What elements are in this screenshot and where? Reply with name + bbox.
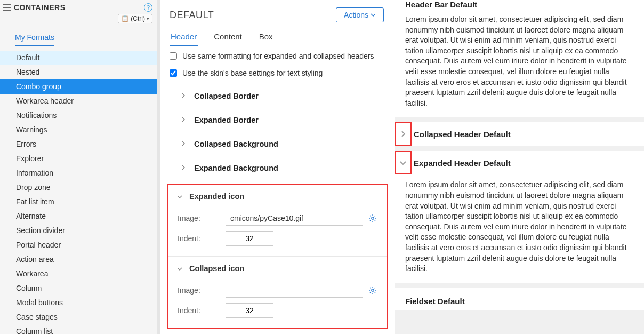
preview-panel: Header Bar Default Lorem ipsum dolor sit… [395, 0, 644, 334]
check-same-formatting-box[interactable] [170, 52, 177, 60]
settings-tab[interactable]: Content [213, 28, 243, 46]
preview-fieldset-title: Fieldset Default [395, 288, 644, 310]
chevron-down-icon [176, 264, 183, 273]
clipboard-icon: 📋 [121, 15, 129, 22]
check-skin-base-box[interactable] [170, 69, 177, 77]
ctrl-chip-label: (Ctrl) [131, 15, 145, 22]
section-row[interactable]: Expanded Background [170, 156, 385, 180]
expanded-icon-image-input[interactable] [226, 211, 363, 226]
collapsed-icon-indent-row: Indent: [173, 300, 381, 321]
format-list: DefaultNestedCombo groupWorkarea headerN… [0, 51, 157, 334]
format-item[interactable]: Workarea [0, 267, 157, 281]
actions-button[interactable]: Actions [336, 7, 384, 22]
svg-point-0 [372, 217, 374, 219]
format-item[interactable]: Fat list item [0, 195, 157, 209]
chevron-right-icon [180, 164, 187, 172]
format-item[interactable]: Drop zone [0, 180, 157, 195]
chevron-right-icon [180, 140, 187, 148]
collapsed-icon-indent-input[interactable] [226, 303, 273, 318]
expanded-chevron-box [395, 151, 412, 174]
preview-header-bar-body: Lorem ipsum dolor sit amet, consectetuer… [395, 14, 644, 117]
preview-collapsed-header[interactable]: Collapsed Header Default [395, 122, 644, 146]
format-item[interactable]: Modal buttons [0, 296, 157, 310]
format-item[interactable]: Column [0, 281, 157, 296]
collapsed-icon-image-input[interactable] [226, 283, 363, 298]
format-item[interactable]: Action area [0, 252, 157, 267]
chevron-down-icon [176, 192, 183, 201]
settings-tab[interactable]: Header [170, 28, 198, 46]
sections-list: Collapsed BorderExpanded BorderCollapsed… [160, 84, 395, 180]
hamburger-icon[interactable] [3, 4, 11, 11]
section-row[interactable]: Collapsed Background [170, 132, 385, 156]
format-item[interactable]: Errors [0, 137, 157, 152]
settings-panel: DEFAULT Actions HeaderContentBox Use sam… [160, 0, 395, 334]
format-item[interactable]: Explorer [0, 152, 157, 166]
format-item[interactable]: Alternate [0, 209, 157, 224]
expanded-icon-section: Expanded icon Image: Indent: [168, 185, 387, 257]
format-item[interactable]: Nested [0, 65, 157, 79]
preview-collapsed-title: Collapsed Header Default [414, 123, 511, 145]
settings-tabs: HeaderContentBox [160, 28, 395, 46]
settings-title: DEFAULT [170, 10, 336, 21]
actions-button-label: Actions [344, 11, 368, 19]
sidebar-tabs: My Formats [0, 27, 157, 46]
settings-header: DEFAULT Actions [160, 5, 395, 28]
format-item[interactable]: Combo group [0, 79, 157, 94]
preview-expanded-body: Lorem ipsum dolor sit amet, consectetuer… [395, 174, 644, 282]
expanded-icon-header[interactable]: Expanded icon [173, 192, 381, 208]
format-item[interactable]: Section divider [0, 224, 157, 238]
expanded-icon-image-row: Image: [173, 208, 381, 228]
collapsed-icon-section: Collapsed icon Image: Indent: [168, 257, 387, 328]
expanded-icon-indent-input[interactable] [226, 231, 273, 246]
preview-expanded-title: Expanded Header Default [414, 152, 511, 174]
preview-header-bar: Header Bar Default Lorem ipsum dolor sit… [395, 0, 644, 117]
check-same-formatting: Use same formatting for expanded and col… [160, 46, 395, 63]
section-row[interactable]: Collapsed Border [170, 84, 385, 108]
format-item[interactable]: Information [0, 166, 157, 180]
chevron-right-icon [400, 130, 406, 138]
format-item[interactable]: Warnings [0, 123, 157, 137]
preview-expanded-header[interactable]: Expanded Header Default [395, 151, 644, 174]
format-item[interactable]: Notifications [0, 108, 157, 123]
format-item[interactable]: Case stages [0, 310, 157, 324]
help-icon[interactable]: ? [144, 3, 152, 12]
format-item[interactable]: Column list [0, 324, 157, 334]
chevron-down-icon [399, 160, 407, 165]
section-title: Collapsed Background [194, 140, 278, 148]
indent-label: Indent: [178, 306, 220, 315]
gear-icon[interactable] [368, 214, 377, 222]
settings-tab[interactable]: Box [258, 28, 274, 46]
collapsed-icon-header[interactable]: Collapsed icon [173, 264, 381, 280]
icon-settings-highlight: Expanded icon Image: Indent: Collapsed i… [167, 184, 388, 329]
expanded-icon-title: Expanded icon [189, 192, 244, 201]
check-skin-base-label: Use the skin's base settings for text st… [182, 69, 323, 77]
collapsed-icon-title: Collapsed icon [189, 264, 244, 273]
chevron-down-icon [371, 13, 376, 17]
svg-point-1 [372, 289, 374, 291]
section-row[interactable]: Expanded Border [170, 108, 385, 132]
image-label: Image: [178, 214, 220, 222]
ctrl-chip[interactable]: 📋 (Ctrl) ▾ [118, 14, 152, 23]
caret-down-icon: ▾ [147, 16, 149, 21]
chevron-right-icon [180, 116, 187, 124]
image-label: Image: [178, 286, 220, 295]
sidebar-title: CONTAINERS [14, 3, 144, 12]
section-title: Expanded Border [194, 116, 259, 124]
format-item[interactable]: Portal header [0, 238, 157, 252]
collapsed-icon-image-row: Image: [173, 280, 381, 300]
check-skin-base: Use the skin's base settings for text st… [160, 63, 395, 81]
expanded-icon-indent-row: Indent: [173, 228, 381, 249]
sidebar: CONTAINERS ? 📋 (Ctrl) ▾ My Formats Defau… [0, 0, 160, 334]
preview-expanded-body-block: Lorem ipsum dolor sit amet, consectetuer… [395, 174, 644, 282]
format-item[interactable]: Workarea header [0, 94, 157, 108]
format-item[interactable]: Default [0, 51, 157, 65]
preview-header-bar-title: Header Bar Default [395, 0, 644, 14]
tab-my-formats[interactable]: My Formats [15, 33, 54, 46]
section-title: Expanded Background [194, 164, 278, 172]
ctrl-chip-row: 📋 (Ctrl) ▾ [0, 13, 157, 27]
check-same-formatting-label: Use same formatting for expanded and col… [182, 52, 374, 60]
chevron-right-icon [180, 92, 187, 100]
section-title: Collapsed Border [194, 92, 259, 100]
gear-icon[interactable] [368, 286, 377, 295]
collapsed-chevron-box [395, 122, 412, 146]
